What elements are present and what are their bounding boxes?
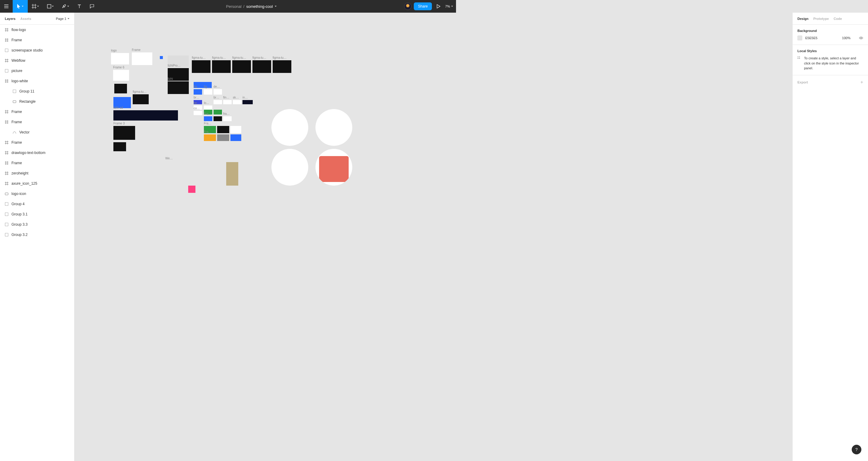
canvas-frame[interactable]: in… bbox=[243, 100, 253, 104]
frame-icon bbox=[32, 4, 36, 9]
comment-icon bbox=[90, 4, 94, 9]
layer-item[interactable]: drawlogo-text-bottom bbox=[0, 147, 74, 158]
svg-rect-5 bbox=[5, 193, 8, 195]
layer-item[interactable]: flow-logo bbox=[0, 25, 74, 35]
layer-label: zeroheight bbox=[11, 171, 28, 175]
canvas-frame[interactable] bbox=[272, 109, 308, 146]
pen-tool-button[interactable] bbox=[58, 0, 73, 13]
comment-tool-button[interactable] bbox=[86, 0, 98, 13]
layer-item[interactable]: zeroheight bbox=[0, 168, 74, 178]
layer-label: Group 3.2 bbox=[11, 233, 27, 237]
canvas-frame[interactable] bbox=[214, 110, 222, 114]
frame-label: Frame 6 bbox=[113, 66, 124, 69]
layer-item[interactable]: logo-white bbox=[0, 76, 74, 86]
canvas-frame[interactable] bbox=[114, 84, 127, 93]
canvas-frame[interactable] bbox=[132, 71, 146, 81]
canvas-frame[interactable] bbox=[214, 116, 222, 121]
canvas-frame[interactable]: fra… bbox=[194, 89, 202, 95]
canvas-frame[interactable] bbox=[226, 162, 238, 186]
canvas-frame[interactable]: de… bbox=[214, 89, 222, 95]
canvas-frame[interactable]: fin… bbox=[223, 100, 231, 104]
canvas-frame[interactable] bbox=[250, 122, 267, 126]
layer-label: logo-icon bbox=[11, 192, 26, 196]
toolbar-title-area[interactable]: Personal / something-cool bbox=[98, 0, 404, 13]
frame-label: figma-tu… bbox=[252, 56, 266, 59]
layer-item[interactable]: Group 3.3 bbox=[0, 219, 74, 230]
layer-item[interactable]: picture bbox=[0, 66, 74, 76]
layer-item[interactable]: axure_icon_125 bbox=[0, 178, 74, 189]
canvas-frame[interactable] bbox=[188, 186, 195, 193]
layers-list[interactable]: flow-logoFramescreenspace studioWebflowp… bbox=[0, 25, 74, 242]
layer-item[interactable]: Group 3.1 bbox=[0, 209, 74, 219]
canvas-frame[interactable]: Fra… bbox=[204, 116, 212, 121]
assets-tab[interactable]: Assets bbox=[20, 17, 31, 21]
canvas-frame[interactable]: sk… bbox=[233, 100, 241, 104]
canvas-frame[interactable]: figma-tu… bbox=[232, 60, 251, 73]
canvas-frame[interactable]: logo bbox=[111, 53, 129, 64]
canvas-frame[interactable]: lizhi bbox=[168, 81, 189, 94]
present-button[interactable] bbox=[434, 4, 443, 8]
frame-label: figma-tu… bbox=[133, 90, 147, 93]
canvas-frame[interactable]: Frame 6 bbox=[113, 70, 129, 81]
page-selector[interactable]: Page 1 bbox=[56, 17, 69, 21]
layer-item[interactable]: Frame bbox=[0, 158, 74, 168]
canvas-frame[interactable]: figma-tu… bbox=[192, 60, 211, 73]
move-tool-button[interactable] bbox=[13, 0, 28, 13]
user-avatar[interactable] bbox=[404, 3, 411, 10]
canvas-frame[interactable] bbox=[217, 126, 229, 133]
canvas[interactable]: logoFrameFrame 6figma-tu…lizhi-adFrame 3… bbox=[74, 13, 456, 242]
layer-item[interactable]: Group 11 bbox=[0, 86, 74, 96]
layer-item[interactable]: Frame bbox=[0, 35, 74, 45]
layer-item[interactable]: Frame bbox=[0, 137, 74, 147]
canvas-frame[interactable]: fig… bbox=[204, 89, 212, 95]
canvas-frame[interactable]: co… bbox=[194, 111, 202, 115]
shape-tool-button[interactable] bbox=[43, 0, 58, 13]
canvas-frame[interactable] bbox=[217, 134, 229, 141]
layer-item[interactable]: screenspace studio bbox=[0, 45, 74, 56]
canvas-frame[interactable] bbox=[315, 109, 352, 146]
canvas-frame[interactable]: lo… bbox=[204, 105, 212, 110]
canvas-frame[interactable] bbox=[148, 71, 158, 79]
canvas-frame[interactable]: fra… bbox=[223, 116, 231, 121]
canvas-frame[interactable] bbox=[250, 128, 267, 132]
canvas-frame[interactable] bbox=[230, 134, 241, 141]
canvas-frame[interactable]: figma-tu… bbox=[273, 60, 291, 73]
canvas-frame[interactable]: lizhi-ad bbox=[114, 110, 178, 121]
layer-item[interactable]: Group 4 bbox=[0, 199, 74, 209]
layer-item[interactable]: Group 3.2 bbox=[0, 230, 74, 240]
chevron-down-icon bbox=[67, 6, 69, 7]
canvas-frame[interactable] bbox=[160, 56, 163, 59]
canvas-frame[interactable] bbox=[272, 149, 308, 186]
canvas-frame[interactable]: figma-tu… bbox=[212, 60, 231, 73]
canvas-frame[interactable]: figma-tu… bbox=[133, 94, 149, 104]
layer-label: Webflow bbox=[11, 59, 25, 63]
canvas-frame[interactable]: Frame 3 bbox=[114, 126, 135, 140]
svg-rect-7 bbox=[5, 213, 8, 216]
layer-item[interactable]: Webflow bbox=[0, 56, 74, 66]
canvas-frame[interactable]: br… bbox=[214, 100, 222, 104]
zoom-value: 7% bbox=[445, 4, 450, 8]
play-icon bbox=[437, 4, 440, 8]
layer-item[interactable]: Vector bbox=[0, 127, 74, 137]
canvas-frame[interactable]: figma-tu… bbox=[252, 60, 271, 73]
layer-item[interactable]: Frame bbox=[0, 107, 74, 117]
canvas-frame[interactable]: Frame bbox=[132, 53, 152, 65]
layer-item[interactable]: Frame bbox=[0, 117, 74, 127]
layers-tab[interactable]: Layers bbox=[5, 17, 16, 21]
zoom-dropdown[interactable]: 7% bbox=[445, 4, 453, 8]
top-toolbar: Personal / something-cool Share 7% bbox=[0, 0, 456, 13]
canvas-frame[interactable] bbox=[230, 126, 241, 133]
share-button[interactable]: Share bbox=[414, 2, 432, 10]
layer-item[interactable]: Rectangle bbox=[0, 96, 74, 107]
canvas-frame[interactable] bbox=[315, 149, 352, 186]
main-menu-button[interactable] bbox=[0, 0, 13, 13]
frame-label: fra… bbox=[223, 112, 230, 116]
frame-tool-button[interactable] bbox=[28, 0, 43, 13]
layer-item[interactable]: logo-icon bbox=[0, 189, 74, 199]
layer-label: Frame bbox=[11, 38, 22, 42]
canvas-frame[interactable]: We… bbox=[165, 161, 202, 183]
frame-label: fin… bbox=[223, 96, 229, 99]
canvas-frame[interactable]: Fra… bbox=[204, 134, 216, 141]
canvas-frame[interactable] bbox=[114, 142, 126, 151]
text-tool-button[interactable] bbox=[73, 0, 86, 13]
